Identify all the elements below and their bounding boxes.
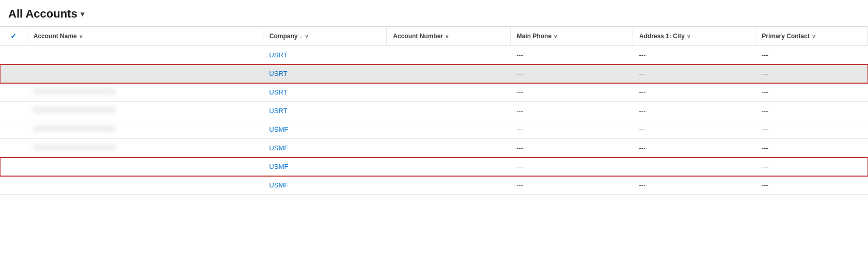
col-chevron-primary-contact[interactable]: ∨	[812, 34, 815, 39]
row-checkbox-cell[interactable]	[0, 83, 27, 102]
col-header-account-name[interactable]: Account Name ∨	[27, 27, 263, 46]
row-main-phone-cell: ---	[510, 102, 633, 120]
row-checkbox-cell[interactable]	[0, 65, 27, 83]
company-link[interactable]: USMF	[269, 163, 288, 170]
row-company-cell[interactable]: USRT	[263, 46, 386, 65]
table-row[interactable]: USRT---------	[0, 83, 868, 102]
row-account-name-cell[interactable]	[27, 65, 263, 83]
table-row[interactable]: USMF---------	[0, 120, 868, 139]
main-phone-value: ---	[516, 70, 523, 77]
row-main-phone-cell: ---	[510, 120, 633, 139]
row-company-cell[interactable]: USMF	[263, 176, 386, 195]
primary-contact-value: ---	[762, 181, 768, 189]
primary-contact-value: ---	[762, 88, 768, 96]
row-company-cell[interactable]: USRT	[263, 102, 386, 120]
row-checkbox-cell[interactable]	[0, 176, 27, 195]
row-address-city-cell: ---	[633, 83, 755, 102]
main-phone-value: ---	[516, 51, 523, 59]
company-link[interactable]: USMF	[269, 144, 288, 152]
address-city-value: ---	[639, 125, 646, 133]
table-row[interactable]: USMF---------	[0, 139, 868, 157]
row-address-city-cell: ---	[633, 176, 755, 195]
row-primary-contact-cell: ---	[755, 65, 868, 83]
primary-contact-value: ---	[762, 51, 768, 59]
company-link[interactable]: USRT	[269, 107, 287, 115]
col-header-account-number[interactable]: Account Number ∨	[387, 27, 510, 46]
col-header-company[interactable]: Company ↓ ∨	[263, 27, 386, 46]
row-checkbox-cell[interactable]	[0, 120, 27, 139]
table-wrapper: ✓ Account Name ∨ Company ↓ ∨	[0, 26, 868, 195]
row-account-number-cell	[387, 157, 510, 176]
col-chevron-account-name[interactable]: ∨	[79, 34, 83, 39]
row-account-number-cell	[387, 120, 510, 139]
row-address-city-cell: ---	[633, 139, 755, 157]
col-header-main-phone[interactable]: Main Phone ∨	[510, 27, 633, 46]
row-account-name-cell[interactable]	[27, 46, 263, 65]
row-primary-contact-cell: ---	[755, 157, 868, 176]
company-link[interactable]: USMF	[269, 125, 288, 133]
title-chevron-icon[interactable]: ▾	[81, 10, 84, 18]
row-account-name-cell[interactable]	[27, 176, 263, 195]
company-link[interactable]: USRT	[269, 51, 287, 59]
address-city-value: ---	[639, 144, 646, 152]
row-account-name-cell[interactable]	[27, 157, 263, 176]
primary-contact-value: ---	[762, 144, 768, 152]
main-phone-value: ---	[516, 144, 523, 152]
table-row[interactable]: USMF------	[0, 157, 868, 176]
col-header-address-city[interactable]: Address 1: City ∨	[633, 27, 755, 46]
page-title[interactable]: All Accounts ▾	[8, 7, 84, 21]
table-row[interactable]: USRT---------	[0, 102, 868, 120]
col-chevron-account-number[interactable]: ∨	[445, 34, 449, 39]
row-company-cell[interactable]: USMF	[263, 157, 386, 176]
row-primary-contact-cell: ---	[755, 102, 868, 120]
row-account-name-cell[interactable]	[27, 83, 263, 102]
col-sort-company[interactable]: ↓	[300, 34, 303, 39]
row-account-name-cell[interactable]	[27, 120, 263, 139]
row-checkbox-cell[interactable]	[0, 139, 27, 157]
row-account-number-cell	[387, 176, 510, 195]
col-chevron-address-city[interactable]: ∨	[687, 34, 690, 39]
row-account-name-cell[interactable]	[27, 102, 263, 120]
table-row[interactable]: USRT---------	[0, 46, 868, 65]
table-body: USRT---------USRT---------USRT---------U…	[0, 46, 868, 195]
row-company-cell[interactable]: USMF	[263, 120, 386, 139]
company-link[interactable]: USMF	[269, 181, 288, 189]
row-company-cell[interactable]: USRT	[263, 65, 386, 83]
row-address-city-cell: ---	[633, 46, 755, 65]
company-link[interactable]: USRT	[269, 88, 287, 96]
col-label-account-number: Account Number	[393, 33, 443, 40]
col-label-primary-contact: Primary Contact	[762, 33, 810, 40]
row-account-number-cell	[387, 139, 510, 157]
col-label-company: Company	[270, 33, 298, 40]
address-city-value: ---	[639, 107, 646, 115]
row-account-name-cell[interactable]	[27, 139, 263, 157]
main-phone-value: ---	[516, 107, 523, 115]
row-checkbox-cell[interactable]	[0, 102, 27, 120]
check-all-icon[interactable]: ✓	[10, 32, 17, 40]
col-check[interactable]: ✓	[0, 27, 27, 46]
row-account-number-cell	[387, 46, 510, 65]
col-header-primary-contact[interactable]: Primary Contact ∨	[755, 27, 868, 46]
row-checkbox-cell[interactable]	[0, 46, 27, 65]
col-chevron-main-phone[interactable]: ∨	[554, 34, 557, 39]
row-company-cell[interactable]: USRT	[263, 83, 386, 102]
main-phone-value: ---	[516, 88, 523, 96]
row-main-phone-cell: ---	[510, 46, 633, 65]
company-link[interactable]: USRT	[269, 70, 287, 77]
table-header-row: ✓ Account Name ∨ Company ↓ ∨	[0, 27, 868, 46]
col-chevron-company[interactable]: ∨	[305, 34, 308, 39]
row-main-phone-cell: ---	[510, 157, 633, 176]
primary-contact-value: ---	[762, 163, 768, 170]
row-company-cell[interactable]: USMF	[263, 139, 386, 157]
page-wrapper: All Accounts ▾ ✓ Account Name ∨	[0, 0, 868, 268]
col-label-address-city: Address 1: City	[639, 33, 685, 40]
col-label-account-name: Account Name	[34, 33, 77, 40]
row-checkbox-cell[interactable]	[0, 157, 27, 176]
row-address-city-cell: ---	[633, 65, 755, 83]
row-main-phone-cell: ---	[510, 139, 633, 157]
table-row[interactable]: USMF---------	[0, 176, 868, 195]
table-row[interactable]: USRT---------	[0, 65, 868, 83]
row-main-phone-cell: ---	[510, 65, 633, 83]
row-primary-contact-cell: ---	[755, 139, 868, 157]
row-address-city-cell: ---	[633, 102, 755, 120]
